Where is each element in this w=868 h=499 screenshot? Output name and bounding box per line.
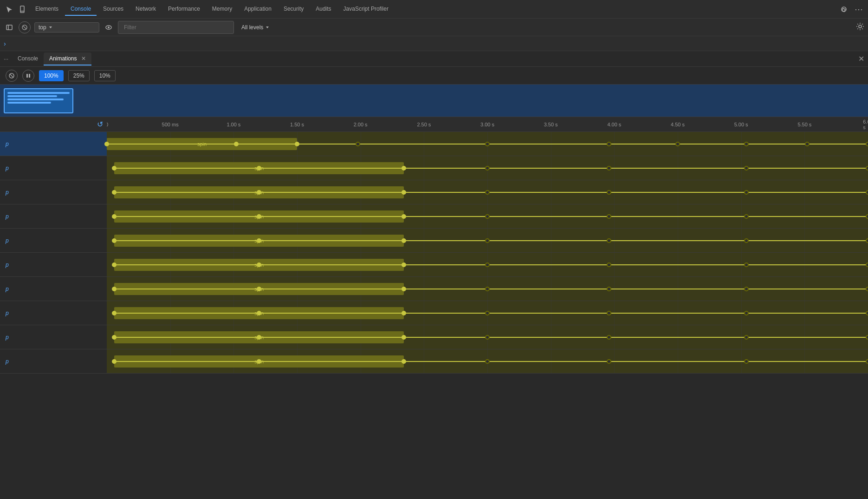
- animation-row-track: spin: [107, 229, 868, 252]
- animation-row-label: p: [0, 310, 107, 316]
- svg-point-8: [108, 26, 110, 28]
- keyframe-dot-filled: [257, 166, 261, 171]
- speed-100-button[interactable]: 100%: [39, 70, 64, 81]
- tab-security[interactable]: Security: [278, 3, 309, 16]
- preview-line-1: [7, 92, 70, 94]
- animation-row[interactable]: pspin: [0, 325, 868, 349]
- animation-row[interactable]: pspin: [0, 277, 868, 301]
- tab-elements[interactable]: Elements: [30, 3, 64, 16]
- keyframe-dot-hollow: [607, 263, 611, 267]
- keyframe-dot-hollow: [675, 142, 680, 146]
- no-log-icon[interactable]: [19, 21, 31, 33]
- keyframe-dot-hollow: [744, 238, 749, 243]
- animation-row-track: spin: [107, 277, 868, 301]
- eye-icon[interactable]: [103, 22, 114, 33]
- animation-row-track: spin: [107, 253, 868, 276]
- svg-rect-3: [6, 25, 12, 30]
- close-animations-tab[interactable]: ✕: [81, 55, 86, 62]
- levels-selector[interactable]: All levels: [238, 23, 273, 32]
- tab-memory[interactable]: Memory: [207, 3, 238, 16]
- animation-row-label: p: [0, 262, 107, 268]
- stop-button[interactable]: [6, 70, 18, 82]
- context-value: top: [39, 24, 46, 31]
- keyframe-dot-filled: [402, 238, 406, 243]
- animation-row[interactable]: pspin: [0, 204, 868, 229]
- playhead-icon[interactable]: ↺: [97, 120, 103, 129]
- animation-row-track: spin: [107, 132, 868, 156]
- animation-row-track: spin: [107, 156, 868, 180]
- filter-input[interactable]: [122, 23, 230, 32]
- remote-devices-icon[interactable]: [838, 4, 849, 15]
- settings-icon[interactable]: [856, 22, 864, 32]
- animation-rows-container: pspinpspinpspinpspinpspinpspinpspinpspin…: [0, 132, 868, 374]
- keyframe-line: [114, 337, 868, 338]
- tab-sources[interactable]: Sources: [97, 3, 129, 16]
- animation-row[interactable]: pspin: [0, 132, 868, 156]
- panel-tabs: ··· Console Animations ✕ ✕: [0, 51, 868, 67]
- keyframe-dot-hollow: [607, 311, 611, 315]
- keyframe-dot-filled: [112, 287, 117, 291]
- mobile-icon[interactable]: [17, 4, 28, 15]
- preview-area: [0, 85, 868, 117]
- close-panel-icon[interactable]: ✕: [858, 54, 864, 63]
- keyframe-dot-hollow: [744, 359, 749, 364]
- keyframe-dot-hollow: [744, 263, 749, 267]
- keyframe-dot-filled: [112, 214, 117, 219]
- tab-console-panel[interactable]: Console: [12, 53, 44, 66]
- keyframe-line: [114, 361, 868, 362]
- animation-controls: 100% 25% 10%: [0, 67, 868, 85]
- svg-point-9: [859, 25, 862, 28]
- nav-tabs: Elements Console Sources Network Perform…: [30, 3, 836, 16]
- more-panels-icon[interactable]: ···: [4, 56, 8, 62]
- preview-line-2: [7, 95, 57, 97]
- tab-audits[interactable]: Audits: [310, 3, 337, 16]
- sidebar-toggle-icon[interactable]: [4, 22, 15, 33]
- keyframe-dot-filled: [402, 311, 406, 315]
- tab-network[interactable]: Network: [130, 3, 162, 16]
- keyframe-line: [114, 264, 868, 265]
- keyframe-line: [114, 289, 868, 289]
- preview-line-3: [7, 98, 64, 100]
- animation-row[interactable]: pspin: [0, 156, 868, 180]
- preview-line-4: [7, 102, 51, 104]
- animation-row-label: p: [0, 286, 107, 292]
- keyframe-dot-filled: [112, 311, 117, 315]
- animation-row-label: p: [0, 334, 107, 341]
- animation-row[interactable]: pspin: [0, 180, 868, 204]
- keyframe-dot-hollow: [485, 311, 490, 315]
- keyframe-dot-filled: [402, 263, 406, 267]
- tab-console[interactable]: Console: [65, 3, 97, 16]
- keyframe-dot-hollow: [744, 311, 749, 315]
- pause-button[interactable]: [22, 70, 34, 82]
- animation-row[interactable]: pspin: [0, 253, 868, 277]
- cursor-icon[interactable]: [4, 4, 15, 15]
- tab-js-profiler[interactable]: JavaScript Profiler: [338, 3, 394, 16]
- animation-row[interactable]: pspin: [0, 229, 868, 253]
- speed-10-button[interactable]: 10%: [94, 70, 116, 81]
- ruler-tick: 1.00 s: [227, 122, 240, 127]
- tab-performance[interactable]: Performance: [162, 3, 206, 16]
- tab-application[interactable]: Application: [239, 3, 277, 16]
- context-selector[interactable]: top: [34, 22, 99, 33]
- levels-value: All levels: [241, 24, 263, 31]
- keyframe-dot-filled: [257, 190, 261, 195]
- keyframe-dot-hollow: [607, 190, 611, 195]
- speed-25-button[interactable]: 25%: [68, 70, 90, 81]
- ruler-tick: 3.50 s: [544, 122, 558, 127]
- keyframe-dot-hollow: [744, 335, 749, 340]
- keyframe-dot-hollow: [866, 311, 868, 315]
- ruler-tick: 6.00 s: [863, 119, 868, 130]
- keyframe-dot-hollow: [866, 166, 868, 171]
- keyframe-dot-filled: [104, 142, 109, 146]
- animation-preview-box: [4, 88, 73, 113]
- animation-row-label: p: [0, 213, 107, 220]
- ruler-tick: 2.00 s: [354, 122, 368, 127]
- tab-animations-panel[interactable]: Animations ✕: [44, 53, 91, 66]
- animation-row[interactable]: pspin: [0, 349, 868, 374]
- more-options-icon[interactable]: ⋯: [853, 4, 864, 15]
- svg-rect-13: [29, 74, 30, 78]
- animation-row[interactable]: pspin: [0, 301, 868, 325]
- keyframe-dot-filled: [112, 263, 117, 267]
- animation-row-track: spin: [107, 301, 868, 325]
- keyframe-dot-hollow: [866, 287, 868, 291]
